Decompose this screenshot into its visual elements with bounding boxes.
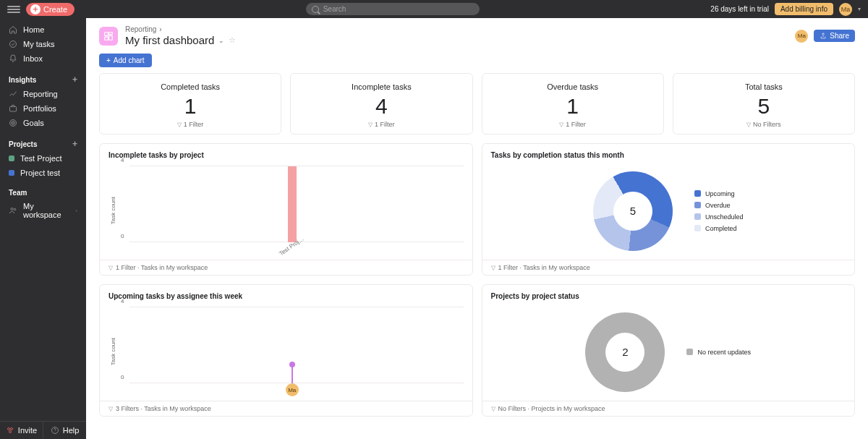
filter-icon: ▽ xyxy=(109,406,113,412)
filter-icon: ▽ xyxy=(109,265,113,271)
main-content: Reporting › My first dashboard ⌄ ☆ Ma Sh… xyxy=(86,18,868,439)
share-button[interactable]: Share xyxy=(814,30,855,42)
kpi-row: Completed tasks 1 ▽1 Filter Incomplete t… xyxy=(99,73,855,135)
chevron-right-icon: › xyxy=(159,25,161,33)
svg-point-6 xyxy=(14,208,16,210)
help-button[interactable]: Help xyxy=(43,422,86,439)
insights-section-header: Insights + xyxy=(0,70,86,87)
create-label: Create xyxy=(43,5,67,14)
filter-icon: ▽ xyxy=(491,265,495,271)
svg-point-7 xyxy=(7,428,9,430)
svg-point-0 xyxy=(10,41,17,48)
briefcase-icon xyxy=(9,104,17,113)
kpi-card-completed[interactable]: Completed tasks 1 ▽1 Filter xyxy=(99,73,281,135)
user-avatar[interactable]: Ma xyxy=(839,3,852,16)
svg-rect-14 xyxy=(109,35,113,40)
chevron-down-icon[interactable]: ▾ xyxy=(858,6,861,12)
nav-portfolios[interactable]: Portfolios xyxy=(0,101,86,116)
nav-reporting[interactable]: Reporting xyxy=(0,87,86,101)
check-circle-icon xyxy=(9,40,17,48)
svg-rect-13 xyxy=(109,32,113,34)
filter-icon: ▽ xyxy=(177,122,182,128)
legend-item: Overdue xyxy=(694,202,744,209)
svg-rect-12 xyxy=(105,32,109,35)
page-title: My first dashboard ⌄ ☆ xyxy=(125,34,236,46)
legend-item: Upcoming xyxy=(694,190,744,197)
plus-icon: + xyxy=(106,56,111,64)
sidebar-footer: Invite Help xyxy=(0,421,86,439)
search-input[interactable] xyxy=(323,5,474,13)
menu-toggle-icon[interactable] xyxy=(7,6,20,13)
filter-icon: ▽ xyxy=(559,122,563,128)
svg-point-8 xyxy=(10,428,12,430)
invite-icon xyxy=(6,426,14,435)
create-button[interactable]: + Create xyxy=(26,3,75,16)
dashboard-icon xyxy=(99,27,118,46)
invite-button[interactable]: Invite xyxy=(0,422,43,439)
sidebar-project-0[interactable]: Test Project xyxy=(0,151,86,166)
trial-status: 26 days left in trial xyxy=(710,5,769,13)
chart-upcoming-by-assignee[interactable]: Upcoming tasks by assignee this week Tas… xyxy=(99,284,473,417)
legend-item: No recent updates xyxy=(686,349,751,356)
star-icon[interactable]: ☆ xyxy=(229,35,236,45)
search-field[interactable] xyxy=(306,3,480,15)
team-section-header: Team xyxy=(0,184,86,199)
kpi-card-total[interactable]: Total tasks 5 ▽No Filters xyxy=(673,73,855,135)
breadcrumb: Reporting › xyxy=(125,25,236,33)
sidebar: Home My tasks Inbox Insights + Reporting… xyxy=(0,18,86,439)
nav-home[interactable]: Home xyxy=(0,22,86,37)
add-billing-button[interactable]: Add billing info xyxy=(775,3,833,15)
home-icon xyxy=(9,25,17,34)
target-icon xyxy=(9,119,17,127)
chart-incomplete-by-project[interactable]: Incomplete tasks by project Task count 0… xyxy=(99,143,473,276)
chart-projects-by-status[interactable]: Projects by project status 2 No recent u… xyxy=(482,284,856,417)
filter-icon: ▽ xyxy=(491,406,495,412)
bell-icon xyxy=(9,54,17,63)
topbar: + Create 26 days left in trial Add billi… xyxy=(0,0,868,18)
nav-my-tasks[interactable]: My tasks xyxy=(0,37,86,51)
svg-point-5 xyxy=(11,208,13,210)
legend-item: Unscheduled xyxy=(694,213,744,221)
svg-point-3 xyxy=(12,122,15,125)
sidebar-project-1[interactable]: Project test xyxy=(0,166,86,180)
legend-item: Completed xyxy=(694,225,744,232)
project-color-swatch xyxy=(9,155,14,161)
reporting-icon xyxy=(9,90,17,98)
chevron-right-icon: › xyxy=(75,208,77,214)
breadcrumb-parent[interactable]: Reporting xyxy=(125,25,156,33)
nav-goals[interactable]: Goals xyxy=(0,116,86,130)
member-avatar[interactable]: Ma xyxy=(795,30,808,43)
search-icon xyxy=(312,6,319,13)
svg-point-2 xyxy=(10,120,17,127)
add-chart-button[interactable]: + Add chart xyxy=(99,54,152,67)
chart-tasks-by-status[interactable]: Tasks by completion status this month 5 … xyxy=(482,143,856,276)
page-header: Reporting › My first dashboard ⌄ ☆ Ma Sh… xyxy=(86,18,868,54)
kpi-card-incomplete[interactable]: Incomplete tasks 4 ▽1 Filter xyxy=(290,73,472,135)
svg-rect-1 xyxy=(10,107,17,112)
svg-rect-15 xyxy=(105,37,109,40)
svg-point-11 xyxy=(54,432,55,432)
filter-icon: ▽ xyxy=(368,122,373,128)
plus-icon: + xyxy=(30,4,41,14)
help-icon xyxy=(51,426,59,435)
kpi-card-overdue[interactable]: Overdue tasks 1 ▽1 Filter xyxy=(482,73,664,135)
projects-section-header: Projects + xyxy=(0,135,86,151)
project-color-swatch xyxy=(9,170,14,176)
nav-workspace[interactable]: My workspace › xyxy=(0,199,86,222)
add-insight-button[interactable]: + xyxy=(72,74,77,85)
nav-inbox[interactable]: Inbox xyxy=(0,51,86,66)
svg-point-4 xyxy=(12,122,14,124)
team-icon xyxy=(9,206,17,215)
add-project-button[interactable]: + xyxy=(72,139,77,149)
chevron-down-icon[interactable]: ⌄ xyxy=(218,37,224,44)
filter-icon: ▽ xyxy=(746,122,751,128)
bar xyxy=(288,166,297,242)
svg-point-9 xyxy=(9,431,11,433)
